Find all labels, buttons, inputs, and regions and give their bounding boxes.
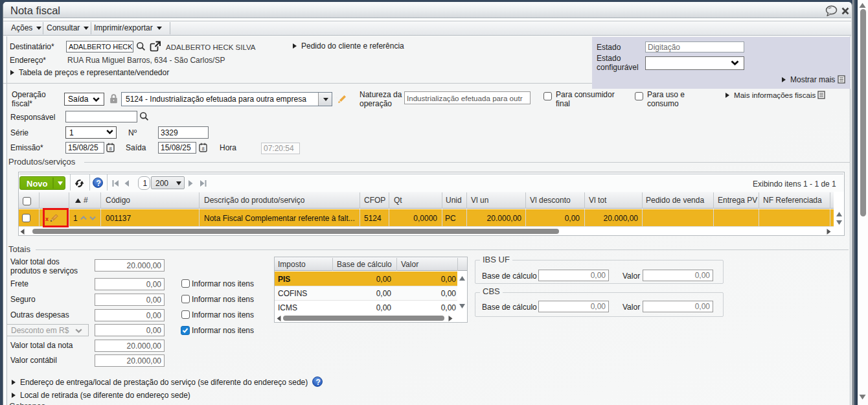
svg-text:8: 8: [109, 146, 111, 152]
svg-text:8: 8: [201, 146, 204, 152]
